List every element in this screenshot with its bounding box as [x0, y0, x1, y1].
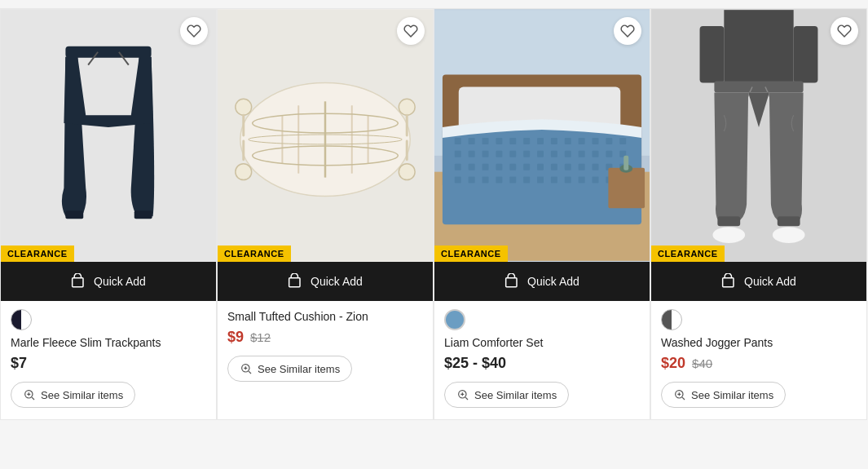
svg-point-101: [773, 227, 805, 243]
see-similar-button-2[interactable]: See Similar items: [227, 356, 352, 382]
color-swatch-4[interactable]: [661, 309, 682, 330]
svg-rect-78: [523, 177, 530, 184]
svg-rect-44: [593, 138, 599, 144]
see-similar-button-4[interactable]: See Similar items: [661, 382, 786, 408]
product-name-4: Washed Jogger Pants: [661, 335, 857, 350]
quick-add-button-1[interactable]: Quick Add: [1, 262, 216, 301]
product-card-2: CLEARANCE Quick Add Small Tufted Cushion…: [217, 8, 434, 420]
svg-rect-60: [455, 164, 461, 170]
cart-icon-4: [721, 273, 738, 290]
svg-rect-35: [469, 138, 475, 144]
svg-rect-94: [794, 26, 818, 82]
svg-rect-88: [623, 156, 628, 170]
svg-point-18: [236, 99, 252, 115]
svg-rect-102: [723, 278, 734, 287]
price-row-2: $9 $12: [227, 329, 423, 346]
svg-rect-51: [509, 151, 516, 157]
svg-rect-89: [506, 278, 517, 287]
product-card-1: CLEARANCE Quick Add Marle Fleece Slim Tr…: [0, 8, 217, 420]
quick-add-button-4[interactable]: Quick Add: [651, 262, 866, 301]
color-swatches-4: [661, 309, 857, 330]
clearance-badge-3: CLEARANCE: [434, 246, 508, 262]
svg-rect-42: [565, 138, 571, 144]
price-row-3: $25 - $40: [444, 355, 640, 372]
svg-rect-45: [606, 138, 612, 144]
svg-rect-5: [134, 210, 152, 219]
product-info-3: Liam Comforter Set $25 - $40 See Similar…: [434, 301, 650, 419]
svg-rect-39: [523, 138, 530, 144]
svg-rect-81: [565, 177, 571, 184]
price-row-4: $20 $40: [661, 355, 857, 372]
svg-rect-74: [469, 177, 475, 184]
svg-rect-46: [619, 138, 626, 144]
svg-rect-70: [593, 164, 599, 170]
svg-rect-79: [537, 177, 544, 184]
product-name-1: Marle Fleece Slim Trackpants: [11, 335, 206, 350]
svg-rect-75: [482, 177, 489, 184]
svg-rect-62: [482, 164, 489, 170]
price-current-1: $7: [11, 355, 27, 372]
svg-rect-40: [537, 138, 544, 144]
see-similar-button-1[interactable]: See Similar items: [11, 382, 135, 408]
svg-rect-54: [551, 151, 557, 157]
svg-rect-63: [496, 164, 502, 170]
wishlist-button-4[interactable]: [831, 17, 858, 45]
svg-rect-55: [565, 151, 571, 157]
svg-rect-36: [482, 138, 489, 144]
product-image-2: CLEARANCE: [218, 9, 433, 262]
price-row-1: $7: [11, 355, 206, 372]
wishlist-button-3[interactable]: [614, 17, 641, 45]
svg-rect-64: [509, 164, 516, 170]
svg-rect-58: [606, 151, 612, 157]
quick-add-button-2[interactable]: Quick Add: [218, 262, 433, 301]
svg-rect-4: [65, 210, 83, 219]
svg-rect-80: [551, 177, 557, 184]
svg-rect-37: [496, 138, 502, 144]
svg-rect-82: [579, 177, 585, 184]
svg-rect-53: [537, 151, 544, 157]
color-swatches-1: [11, 309, 206, 330]
cart-icon-1: [71, 273, 87, 290]
svg-rect-93: [700, 26, 725, 82]
color-swatch-1[interactable]: [11, 309, 32, 330]
svg-rect-49: [482, 151, 489, 157]
svg-rect-99: [778, 216, 800, 226]
product-card-4: CLEARANCE Quick Add Washed Jogger Pants …: [650, 8, 867, 420]
product-name-3: Liam Comforter Set: [444, 335, 640, 350]
wishlist-button-1[interactable]: [180, 17, 208, 45]
price-sale-2: $9: [227, 329, 244, 346]
product-image-3: CLEARANCE: [434, 9, 650, 262]
cart-icon-3: [504, 273, 521, 290]
svg-rect-57: [593, 151, 599, 157]
clearance-badge-4: CLEARANCE: [651, 246, 725, 262]
product-info-2: Small Tufted Cushion - Zion $9 $12 See S…: [218, 301, 433, 419]
price-sale-4: $20: [661, 355, 685, 372]
svg-point-22: [236, 164, 252, 180]
svg-rect-86: [608, 168, 645, 209]
svg-rect-1: [65, 46, 151, 58]
product-card-3: CLEARANCE Quick Add Liam Comforter Set $…: [434, 8, 650, 420]
svg-rect-73: [455, 177, 461, 184]
svg-rect-47: [455, 151, 461, 157]
wishlist-button-2[interactable]: [397, 17, 425, 45]
svg-rect-52: [523, 151, 530, 157]
svg-point-24: [399, 164, 415, 180]
svg-rect-50: [496, 151, 502, 157]
color-swatch-3[interactable]: [444, 309, 465, 330]
similar-icon-4: [673, 388, 686, 401]
svg-rect-66: [537, 164, 544, 170]
svg-rect-38: [509, 138, 516, 144]
price-original-4: $40: [692, 356, 712, 370]
svg-rect-48: [469, 151, 475, 157]
quick-add-button-3[interactable]: Quick Add: [434, 262, 650, 301]
svg-rect-26: [289, 278, 300, 287]
svg-point-20: [399, 99, 415, 115]
see-similar-button-3[interactable]: See Similar items: [444, 382, 569, 408]
svg-rect-77: [509, 177, 516, 184]
svg-rect-61: [469, 164, 475, 170]
svg-point-100: [712, 227, 745, 243]
svg-rect-67: [551, 164, 557, 170]
svg-rect-76: [496, 177, 502, 184]
svg-rect-34: [455, 138, 461, 144]
product-image-4: CLEARANCE: [651, 9, 866, 262]
